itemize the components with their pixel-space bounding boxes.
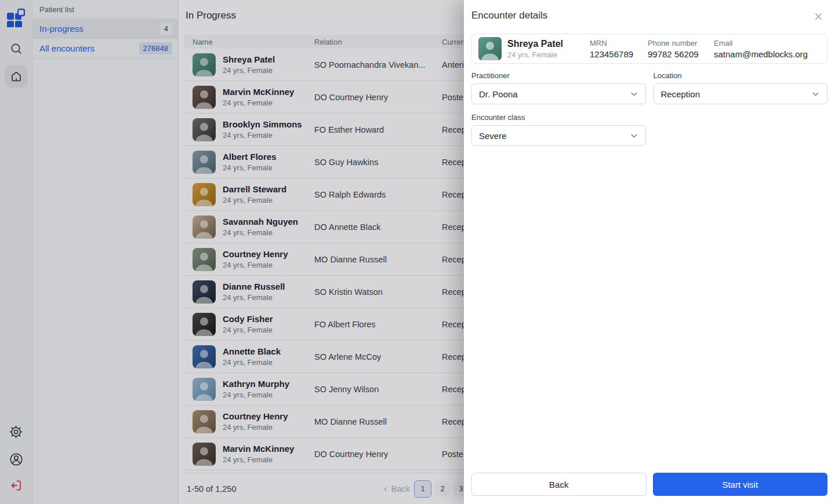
select-value: Severe (479, 131, 507, 141)
field-label: Practitioner (471, 71, 646, 80)
patient-card-fields: MRN123456789Phone number99782 56209Email… (590, 39, 821, 59)
location-select[interactable]: Reception (654, 83, 828, 104)
field-label: Phone number (648, 39, 714, 48)
drawer-title: Encounter details (471, 10, 547, 21)
patient-avatar (478, 37, 502, 60)
chevron-down-icon (630, 132, 638, 140)
patient-mrn: MRN123456789 (590, 39, 648, 59)
field-encounter-class: Encounter classSevere (471, 113, 646, 146)
field-location: LocationReception (654, 71, 828, 104)
select-value: Reception (661, 89, 700, 99)
field-value: 99782 56209 (648, 49, 714, 59)
field-value: 123456789 (590, 49, 648, 59)
encounter-class-select[interactable]: Severe (471, 125, 646, 146)
chevron-down-icon (811, 90, 820, 98)
field-value: satnam@medblocks.org (714, 49, 821, 59)
field-label: Encounter class (471, 113, 646, 122)
patient-phone-number: Phone number99782 56209 (648, 39, 714, 59)
back-button[interactable]: Back (471, 473, 647, 496)
chevron-down-icon (630, 90, 638, 98)
field-label: Location (654, 71, 828, 80)
patient-summary-card: Shreya Patel 24 yrs, Female MRN123456789… (471, 34, 827, 64)
patient-name: Shreya Patel (507, 39, 590, 49)
practitioner-select[interactable]: Dr. Poona (471, 83, 646, 104)
field-label: MRN (590, 39, 648, 48)
patient-meta: 24 yrs, Female (507, 50, 590, 59)
start-visit-button[interactable]: Start visit (653, 473, 828, 496)
encounter-details-drawer: Encounter details Shreya Patel 24 yrs, F… (464, 0, 835, 504)
field-label: Email (714, 39, 821, 48)
field-practitioner: PractitionerDr. Poona (471, 71, 646, 104)
select-value: Dr. Poona (479, 89, 518, 99)
drawer-footer: Back Start visit (471, 473, 827, 496)
close-icon (814, 12, 823, 21)
close-button[interactable] (812, 10, 825, 24)
patient-email: Emailsatnam@medblocks.org (714, 39, 821, 59)
drawer-fields: PractitionerDr. PoonaLocationReceptionEn… (471, 71, 827, 146)
patient-name-block: Shreya Patel 24 yrs, Female (507, 39, 590, 59)
